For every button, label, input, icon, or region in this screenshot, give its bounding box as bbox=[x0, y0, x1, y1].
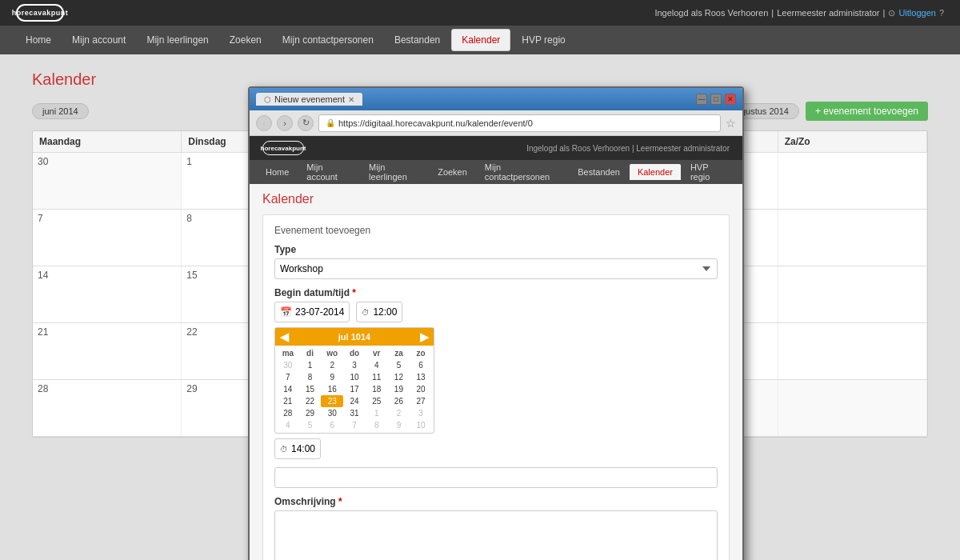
top-bar: horecavakpunt Ingelogd als Roos Verhoore… bbox=[0, 0, 960, 26]
mini-5b[interactable]: 5 bbox=[299, 419, 322, 431]
mini-1b[interactable]: 1 bbox=[366, 407, 388, 419]
inner-user-info: Ingelogd als Roos Verhooren | Leermeeste… bbox=[526, 144, 730, 153]
mini-21[interactable]: 21 bbox=[277, 395, 299, 407]
url-text: https://digitaal.horecavakpunt.nu/kalend… bbox=[338, 118, 533, 128]
prev-month-btn[interactable]: juni 2014 bbox=[32, 103, 89, 119]
nav-kalender[interactable]: Kalender bbox=[451, 29, 510, 51]
mini-30b[interactable]: 30 bbox=[321, 407, 343, 419]
mini-10[interactable]: 10 bbox=[343, 371, 366, 383]
mini-2[interactable]: 2 bbox=[321, 359, 343, 371]
mini-7b[interactable]: 7 bbox=[343, 419, 366, 431]
mini-9[interactable]: 9 bbox=[321, 371, 343, 383]
maximize-button[interactable]: □ bbox=[710, 94, 722, 105]
inner-nav-account[interactable]: Mijn account bbox=[298, 159, 359, 185]
mini-26[interactable]: 26 bbox=[388, 395, 410, 407]
description-textarea[interactable] bbox=[274, 510, 718, 560]
mini-29[interactable]: 29 bbox=[299, 407, 322, 419]
popup-tab-close[interactable]: ✕ bbox=[348, 95, 354, 104]
mini-27[interactable]: 27 bbox=[410, 395, 432, 407]
mini-6b[interactable]: 6 bbox=[321, 419, 343, 431]
inner-nav-kalender[interactable]: Kalender bbox=[630, 164, 681, 180]
mini-4b[interactable]: 4 bbox=[277, 419, 299, 431]
mini-4[interactable]: 4 bbox=[366, 359, 388, 371]
begin-label: Begin datum/tijd * bbox=[274, 287, 718, 298]
mini-6[interactable]: 6 bbox=[410, 359, 432, 371]
logo-text: horecavakpunt bbox=[12, 9, 69, 17]
mini-8[interactable]: 8 bbox=[299, 371, 322, 383]
mini-25[interactable]: 25 bbox=[366, 395, 388, 407]
location-input[interactable] bbox=[274, 467, 718, 488]
mini-20[interactable]: 20 bbox=[410, 383, 432, 395]
close-button[interactable]: ✕ bbox=[725, 94, 736, 105]
mini-31[interactable]: 31 bbox=[343, 407, 366, 419]
inner-nav-hvp[interactable]: HVP regio bbox=[682, 159, 734, 185]
mini-30[interactable]: 30 bbox=[277, 359, 299, 371]
mini-19[interactable]: 19 bbox=[388, 383, 410, 395]
cal-day-7[interactable]: 7 bbox=[33, 210, 182, 266]
mini-cal-prev[interactable]: ◀ bbox=[280, 330, 289, 343]
cal-day-2-3-next[interactable] bbox=[778, 380, 927, 436]
mini-23[interactable]: 23 bbox=[321, 395, 343, 407]
help-icon[interactable]: ? bbox=[939, 8, 944, 18]
mini-cal-next[interactable]: ▶ bbox=[420, 330, 429, 343]
date-input[interactable]: 📅 23-07-2014 bbox=[274, 302, 350, 322]
back-button[interactable]: ‹ bbox=[256, 115, 272, 131]
nav-leerlingen[interactable]: Mijn leerlingen bbox=[137, 30, 218, 50]
mini-17[interactable]: 17 bbox=[343, 383, 366, 395]
type-select[interactable]: Workshop Bijeenkomst Training Overig bbox=[274, 258, 718, 279]
nav-home[interactable]: Home bbox=[16, 30, 61, 50]
mini-1[interactable]: 1 bbox=[299, 359, 322, 371]
inner-nav-leerlingen[interactable]: Mijn leerlingen bbox=[361, 159, 428, 185]
inner-nav-bestanden[interactable]: Bestanden bbox=[570, 164, 628, 180]
inner-nav-contactpersonen[interactable]: Mijn contactpersonen bbox=[477, 159, 568, 185]
end-time-input[interactable]: ⏱ 14:00 bbox=[274, 438, 321, 459]
mini-5[interactable]: 5 bbox=[388, 359, 410, 371]
nav-account[interactable]: Mijn account bbox=[62, 30, 135, 50]
cal-day-14[interactable]: 14 bbox=[33, 266, 182, 322]
cal-day-21[interactable]: 21 bbox=[33, 323, 182, 379]
nav-bestanden[interactable]: Bestanden bbox=[385, 30, 450, 50]
mini-2b[interactable]: 2 bbox=[388, 407, 410, 419]
inner-nav-home[interactable]: Home bbox=[258, 164, 297, 180]
refresh-button[interactable]: ↻ bbox=[298, 115, 314, 131]
mini-3b[interactable]: 3 bbox=[410, 407, 432, 419]
mini-8b[interactable]: 8 bbox=[366, 419, 388, 431]
mini-15[interactable]: 15 bbox=[299, 383, 322, 395]
popup-tab[interactable]: ⬡ Nieuw evenement ✕ bbox=[256, 93, 362, 106]
end-clock-icon: ⏱ bbox=[280, 445, 288, 454]
nav-contactpersonen[interactable]: Mijn contactpersonen bbox=[273, 30, 383, 50]
mini-12[interactable]: 12 bbox=[388, 371, 410, 383]
mini-18[interactable]: 18 bbox=[366, 383, 388, 395]
mini-14[interactable]: 14 bbox=[277, 383, 299, 395]
mini-24[interactable]: 24 bbox=[343, 395, 366, 407]
mini-7[interactable]: 7 bbox=[277, 371, 299, 383]
mini-week-1: 30 1 2 3 4 5 6 bbox=[277, 359, 432, 371]
mini-13[interactable]: 13 bbox=[410, 371, 432, 383]
time-value: 12:00 bbox=[373, 306, 397, 318]
cal-day-30-prev[interactable]: 30 bbox=[33, 153, 182, 209]
minimize-button[interactable]: — bbox=[696, 94, 707, 105]
fieldset-legend: Evenement toevoegen bbox=[274, 225, 718, 236]
address-bar[interactable]: 🔒 https://digitaal.horecavakpunt.nu/kale… bbox=[318, 114, 721, 132]
cal-day-28[interactable]: 28 bbox=[33, 380, 182, 436]
nav-hvp[interactable]: HVP regio bbox=[512, 30, 574, 50]
bookmark-icon[interactable]: ☆ bbox=[726, 117, 736, 130]
logout-link[interactable]: Uitloggen bbox=[898, 8, 935, 18]
mini-3[interactable]: 3 bbox=[343, 359, 366, 371]
nav-zoeken[interactable]: Zoeken bbox=[220, 30, 271, 50]
mini-9b[interactable]: 9 bbox=[388, 419, 410, 431]
mini-22[interactable]: 22 bbox=[299, 395, 322, 407]
mini-16[interactable]: 16 bbox=[321, 383, 343, 395]
mini-cal-month: jul 1014 bbox=[338, 332, 370, 342]
cal-day-5-6[interactable] bbox=[778, 153, 927, 209]
cal-day-19-20[interactable] bbox=[778, 266, 927, 322]
cal-day-12-13[interactable] bbox=[778, 210, 927, 266]
mini-10b[interactable]: 10 bbox=[410, 419, 432, 431]
forward-button[interactable]: › bbox=[277, 115, 293, 131]
mini-28[interactable]: 28 bbox=[277, 407, 299, 419]
cal-day-26-27[interactable] bbox=[778, 323, 927, 379]
mini-11[interactable]: 11 bbox=[366, 371, 388, 383]
time-input[interactable]: ⏱ 12:00 bbox=[356, 302, 402, 322]
inner-nav-zoeken[interactable]: Zoeken bbox=[430, 164, 475, 180]
add-event-button[interactable]: + evenement toevoegen bbox=[806, 102, 928, 121]
